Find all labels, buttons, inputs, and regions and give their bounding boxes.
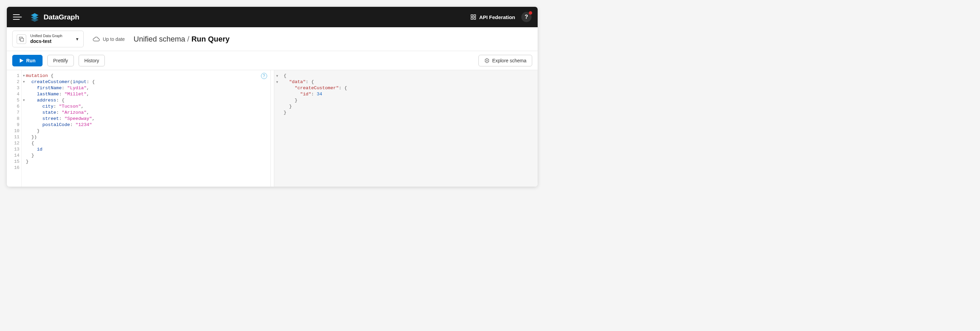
help-button[interactable]: ? <box>521 12 531 22</box>
editor-help-icon[interactable]: ? <box>261 73 267 79</box>
hamburger-menu-icon[interactable] <box>13 12 22 22</box>
line-gutter: 1▼2▼345▼678910111213141516 <box>7 70 22 187</box>
datagraph-logo-icon <box>30 12 40 22</box>
sync-status-text: Up to date <box>103 37 125 42</box>
help-icon: ? <box>525 14 528 20</box>
history-button-label: History <box>84 58 99 63</box>
sync-status: Up to date <box>92 35 125 43</box>
svg-rect-4 <box>474 14 476 16</box>
brand-name: DataGraph <box>43 13 79 21</box>
notification-badge <box>529 11 532 14</box>
prettify-button[interactable]: Prettify <box>47 55 74 66</box>
graph-selector-label: Unified Data Graph <box>30 34 62 38</box>
app-window: DataGraph API Federation ? Unified Data … <box>7 7 538 187</box>
query-editor-pane[interactable]: 1▼2▼345▼678910111213141516 mutation { cr… <box>7 70 271 187</box>
api-federation-label: API Federation <box>479 14 515 20</box>
explore-schema-button[interactable]: Explore schema <box>479 55 532 66</box>
svg-rect-3 <box>471 14 473 16</box>
svg-marker-2 <box>31 18 38 22</box>
breadcrumb-sep: / <box>187 35 189 43</box>
run-button[interactable]: Run <box>12 55 43 66</box>
result-pane: ▼▼ { "data": { "createCustomer": { "id":… <box>274 70 538 187</box>
pane-resize-handle[interactable] <box>271 70 274 187</box>
prettify-button-label: Prettify <box>53 58 68 63</box>
result-fold-gutter: ▼▼ <box>274 70 280 187</box>
federation-icon <box>470 14 476 20</box>
breadcrumb-parent[interactable]: Unified schema <box>134 35 185 43</box>
svg-rect-6 <box>474 18 476 19</box>
breadcrumb-current: Run Query <box>191 35 229 43</box>
svg-rect-8 <box>21 38 24 41</box>
header-bar: DataGraph API Federation ? <box>7 7 538 27</box>
run-button-label: Run <box>26 58 35 63</box>
query-toolbar: Run Prettify History Explore schema <box>7 51 538 70</box>
cloud-icon <box>92 35 100 43</box>
graph-selector-value: docs-test <box>30 38 62 45</box>
graph-icon <box>17 34 26 44</box>
query-code-editor[interactable]: mutation { createCustomer(input: { first… <box>22 70 99 187</box>
history-button[interactable]: History <box>79 55 105 66</box>
editor-split: 1▼2▼345▼678910111213141516 mutation { cr… <box>7 70 538 187</box>
brand-logo[interactable]: DataGraph <box>30 12 79 22</box>
chevron-down-icon: ▼ <box>75 37 79 42</box>
svg-marker-9 <box>20 59 24 63</box>
graph-selector-dropdown[interactable]: Unified Data Graph docs-test ▼ <box>12 30 84 47</box>
explore-schema-label: Explore schema <box>492 58 527 63</box>
api-federation-link[interactable]: API Federation <box>470 14 515 20</box>
play-icon <box>19 59 24 63</box>
breadcrumb: Unified schema / Run Query <box>134 35 230 43</box>
svg-rect-5 <box>471 18 473 19</box>
subheader-bar: Unified Data Graph docs-test ▼ Up to dat… <box>7 27 538 51</box>
schema-icon <box>484 58 490 63</box>
result-viewer[interactable]: { "data": { "createCustomer": { "id": 34… <box>280 70 350 187</box>
